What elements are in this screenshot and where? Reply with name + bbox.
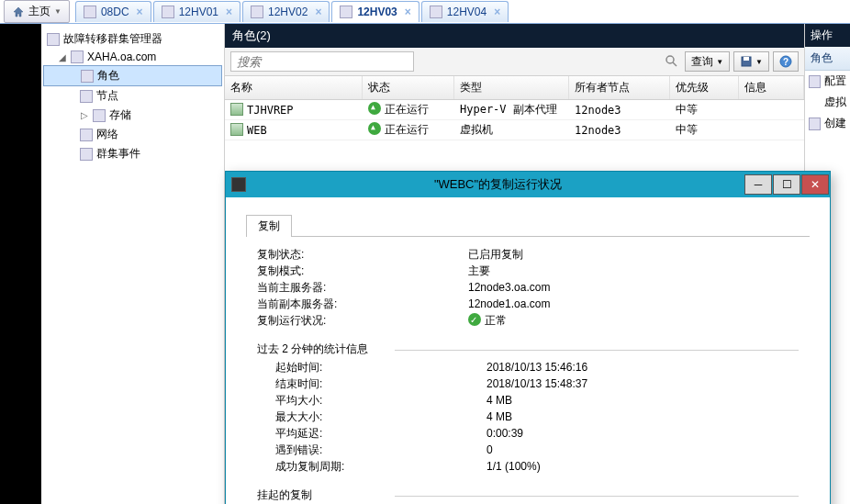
label-end: 结束时间: [275,375,487,392]
svg-line-1 [673,62,677,66]
minimize-button[interactable]: ─ [744,174,772,195]
center-panel: 角色(2) 查询▼ ▼ ? 名称 状态 类型 所有者节点 优先级 信息 TJHV… [225,24,804,504]
replication-health-dialog: "WEBC"的复制运行状况 ─ ☐ ✕ 复制 复制状态:已启用复制 复制模式:主… [225,171,831,504]
col-type[interactable]: 类型 [454,76,569,99]
col-owner[interactable]: 所有者节点 [569,76,670,99]
value-primary: 12node3.oa.com [468,279,799,296]
tree-panel: 故障转移群集管理器 ◢ XAHA.oa.com 角色 节点 ▷存储 网络 群集事… [41,24,225,504]
search-icon[interactable] [665,54,677,67]
tab-label: 12HV01 [179,6,218,18]
dialog-titlebar[interactable]: "WEBC"的复制运行状况 ─ ☐ ✕ [226,172,830,197]
roles-header: 角色(2) [225,24,804,48]
col-state[interactable]: 状态 [363,76,454,99]
action-create[interactable]: 创建 [805,113,850,134]
expand-icon[interactable]: ▷ [80,110,89,120]
search-input[interactable] [230,51,414,72]
label-start: 起始时间: [275,359,487,375]
collapse-icon[interactable]: ◢ [58,52,67,62]
tree-item-events[interactable]: 群集事件 [43,144,222,163]
tab-label: 08DC [101,6,129,18]
cell-name: TJHVREP [247,104,294,117]
value-replica: 12node1.oa.com [468,296,799,312]
tree-domain-label: XAHA.oa.com [87,50,156,63]
chevron-down-icon: ▼ [755,58,763,66]
action-vm[interactable]: 虚拟 [805,92,850,113]
tree-item-label: 网络 [96,127,118,142]
tab-12hv03[interactable]: 12HV03× [331,1,419,22]
server-icon [251,6,263,18]
col-name[interactable]: 名称 [225,76,363,99]
label-health: 复制运行状况: [257,312,468,329]
action-label: 创建 [824,116,846,131]
cell-state: 正在运行 [385,123,429,136]
tree-item-label: 节点 [96,88,118,104]
tab-label: 12HV03 [357,6,397,18]
ok-icon [468,313,481,326]
tree-item-roles[interactable]: 角色 [43,65,222,86]
toolbar: 查询▼ ▼ ? [225,48,804,76]
label-state: 复制状态: [257,246,468,263]
help-button[interactable]: ? [773,51,799,72]
server-icon [84,6,96,18]
close-icon[interactable]: × [315,6,321,18]
home-button[interactable]: 主页 ▼ [4,0,70,23]
grid-header: 名称 状态 类型 所有者节点 优先级 信息 [225,76,804,100]
stats-heading: 过去 2 分钟的统计信息 [257,342,799,357]
save-icon [740,55,753,68]
col-info[interactable]: 信息 [739,76,804,99]
home-label: 主页 [28,4,50,19]
label-mode: 复制模式: [257,263,468,279]
tab-12hv01[interactable]: 12HV01× [153,1,240,22]
tree-item-label: 群集事件 [96,146,140,162]
cell-info [739,129,804,132]
value-avg: 4 MB [487,392,799,409]
close-icon[interactable]: × [494,6,500,18]
close-icon[interactable]: × [137,6,143,18]
value-mode: 主要 [468,263,799,279]
tree-item-label: 角色 [97,68,119,84]
vm-icon [230,123,243,136]
close-button[interactable]: ✕ [801,174,829,195]
create-icon [809,118,821,130]
tab-08dc[interactable]: 08DC× [75,1,151,22]
running-icon [368,102,381,115]
tree-root[interactable]: 故障转移群集管理器 [43,29,222,49]
maximize-button[interactable]: ☐ [773,174,800,195]
value-end: 2018/10/13 15:48:37 [487,375,799,392]
cell-type: Hyper-V 副本代理 [454,100,569,119]
tree-item-networks[interactable]: 网络 [43,125,222,144]
action-configure[interactable]: 配置 [805,71,850,92]
col-priority[interactable]: 优先级 [670,76,739,99]
document-tabs: 主页 ▼ 08DC× 12HV01× 12HV02× 12HV03× 12HV0… [0,0,850,24]
close-icon[interactable]: × [226,6,232,18]
close-icon[interactable]: × [405,6,411,18]
storage-icon [93,109,106,122]
tree-item-storage[interactable]: ▷存储 [43,106,222,125]
tab-label: 12HV04 [447,6,487,18]
cell-state: 正在运行 [385,103,429,116]
table-row[interactable]: TJHVREP 正在运行 Hyper-V 副本代理 12node3 中等 [225,100,804,120]
query-button[interactable]: 查询▼ [685,51,730,72]
tree-domain[interactable]: ◢ XAHA.oa.com [43,49,222,65]
nodes-icon [80,90,93,103]
label-replica: 当前副本服务器: [257,296,468,312]
tab-replication[interactable]: 复制 [246,215,292,237]
app-icon [231,177,246,192]
tab-12hv02[interactable]: 12HV02× [242,1,330,22]
action-label: 配置 [824,73,846,89]
running-icon [368,122,381,135]
table-row[interactable]: WEB 正在运行 虚拟机 12node3 中等 [225,120,804,140]
grid-body: TJHVREP 正在运行 Hyper-V 副本代理 12node3 中等 WEB… [225,100,804,140]
server-icon [162,6,174,18]
tab-12hv04[interactable]: 12HV04× [421,1,509,22]
save-button[interactable]: ▼ [733,51,769,72]
chevron-down-icon: ▼ [716,58,723,66]
tree-root-label: 故障转移群集管理器 [63,31,162,47]
left-gutter [0,24,41,504]
roles-icon [81,70,94,83]
server-icon [340,6,352,18]
chevron-down-icon: ▼ [54,7,62,16]
cell-name: WEB [247,124,267,137]
tree-item-nodes[interactable]: 节点 [43,86,222,106]
network-icon [80,129,93,141]
